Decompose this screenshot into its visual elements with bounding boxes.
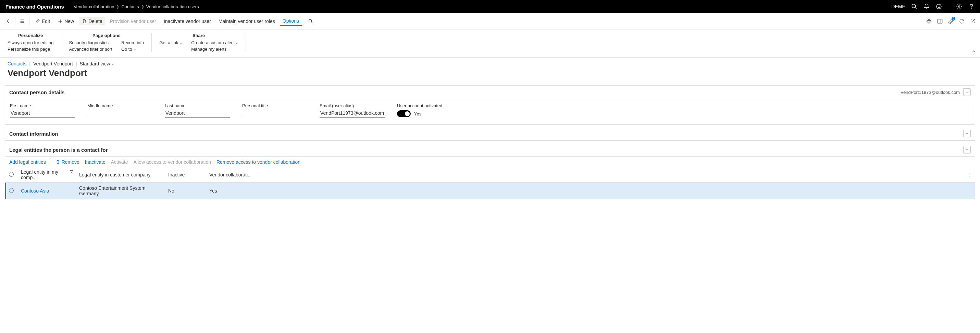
radio-icon[interactable]: [9, 172, 14, 177]
chevron-down-icon: ⌄: [134, 47, 136, 51]
expand-panel-button[interactable]: [963, 130, 971, 137]
middle-name-field: Middle name: [88, 103, 153, 118]
legal-entities-grid: Legal entity in my comp... Legal entity …: [5, 167, 975, 199]
delete-button[interactable]: Delete: [79, 17, 105, 25]
create-custom-alert-link[interactable]: Create a custom alert ⌄: [191, 40, 238, 45]
maintain-roles-button[interactable]: Maintain vendor user roles: [216, 17, 278, 25]
company-code[interactable]: DEMF: [891, 4, 905, 9]
panel-header[interactable]: Legal entities the person is a contact f…: [5, 143, 975, 156]
search-icon[interactable]: [911, 3, 917, 10]
add-legal-entities-button[interactable]: Add legal entities ⌄: [9, 159, 50, 165]
collapse-panel-button[interactable]: [963, 146, 971, 153]
attachments-badge: 0: [951, 17, 955, 21]
ribbon-group-share: Share Get a link ⌄ Create a custom alert…: [152, 33, 246, 52]
first-name-field: First name Vendport: [10, 103, 75, 118]
refresh-icon[interactable]: [959, 18, 965, 24]
remove-button[interactable]: Remove: [56, 159, 80, 165]
filter-icon[interactable]: [70, 169, 74, 175]
col-inactive[interactable]: Inactive: [165, 167, 206, 183]
gear-icon[interactable]: [956, 3, 962, 10]
inactivate-button[interactable]: Inactivate: [85, 159, 105, 165]
separator: |: [29, 61, 30, 67]
ribbon-title: Page options: [69, 33, 144, 38]
svg-point-0: [912, 4, 916, 8]
personalize-page-link[interactable]: Personalize this page: [8, 46, 53, 52]
breadcrumb-item[interactable]: Vendor collaboration: [74, 4, 115, 9]
diamond-icon[interactable]: [926, 18, 932, 24]
chevron-down-icon: ⌄: [111, 62, 114, 66]
remove-access-button[interactable]: Remove access to vendor collaboration: [216, 159, 301, 165]
smiley-icon[interactable]: [936, 3, 942, 10]
svg-line-1: [915, 7, 916, 9]
middle-name-value[interactable]: [88, 109, 153, 117]
collapse-panel-button[interactable]: [963, 88, 971, 96]
back-button[interactable]: [4, 17, 12, 25]
legal-entity-mine-cell[interactable]: Contoso Asia: [18, 183, 76, 199]
chevron-down-icon: ⌄: [235, 41, 238, 45]
field-label: First name: [10, 103, 75, 108]
svg-point-5: [958, 6, 960, 8]
edit-label: Edit: [42, 19, 50, 24]
help-icon[interactable]: ?: [968, 3, 975, 10]
chevron-right-icon: ❯: [116, 5, 119, 9]
grid-more-button[interactable]: ⋮: [963, 167, 975, 183]
sidebar-icon[interactable]: [937, 18, 943, 24]
new-button[interactable]: New: [55, 17, 77, 25]
separator: |: [76, 61, 77, 67]
email-value[interactable]: VendPort11973@outlook.com: [320, 109, 385, 118]
provision-button: Provision vendor user: [107, 17, 159, 25]
app-title: Finance and Operations: [5, 4, 64, 10]
advanced-filter-link[interactable]: Advanced filter or sort: [69, 46, 112, 52]
get-link-link[interactable]: Get a link ⌄: [159, 40, 182, 45]
bell-icon[interactable]: [923, 3, 930, 10]
col-legal-entity-mine[interactable]: Legal entity in my comp...: [18, 167, 76, 183]
ribbon-title: Share: [159, 33, 238, 38]
svg-point-2: [937, 4, 941, 9]
personal-title-value[interactable]: [242, 109, 307, 117]
list-view-button[interactable]: [18, 17, 26, 25]
security-diagnostics-link[interactable]: Security diagnostics: [69, 40, 112, 45]
collapse-ribbon-button[interactable]: [971, 49, 977, 55]
breadcrumb-item[interactable]: Vendor collaboration users: [146, 4, 199, 9]
first-name-value[interactable]: Vendport: [10, 109, 75, 118]
field-label: Personal title: [242, 103, 307, 108]
find-button[interactable]: [307, 17, 315, 25]
attachments-icon[interactable]: 0: [948, 18, 954, 24]
options-tab[interactable]: Options: [280, 17, 302, 26]
activated-toggle[interactable]: [397, 110, 411, 117]
edit-button[interactable]: Edit: [32, 17, 53, 25]
view-selector[interactable]: Standard view ⌄: [80, 61, 115, 67]
summary-email: VendPort11973@outlook.com: [900, 90, 960, 95]
always-open-editing-link[interactable]: Always open for editing: [8, 40, 53, 45]
last-name-value[interactable]: Vendport: [165, 109, 230, 118]
new-label: New: [64, 19, 74, 24]
go-to-link[interactable]: Go to ⌄: [121, 46, 144, 52]
record-info-link[interactable]: Record info: [121, 40, 144, 45]
popout-icon[interactable]: [970, 18, 976, 24]
row-radio[interactable]: [9, 188, 14, 193]
contact-person-details-panel: Contact person details VendPort11973@out…: [5, 85, 975, 125]
action-bar: Edit New Delete Provision vendor user In…: [0, 13, 980, 29]
allow-access-button: Allow access to vendor collaboration: [134, 159, 211, 165]
select-all-header[interactable]: [5, 167, 18, 183]
top-bar: Finance and Operations Vendor collaborat…: [0, 0, 980, 13]
collab-cell: Yes: [206, 183, 963, 199]
manage-alerts-link[interactable]: Manage my alerts: [191, 46, 238, 52]
table-row[interactable]: Contoso AsiaContoso Entertainment System…: [5, 183, 975, 199]
panel-header[interactable]: Contact person details VendPort11973@out…: [5, 86, 975, 99]
contact-information-panel: Contact information: [5, 127, 975, 141]
inactivate-button[interactable]: Inactivate vendor user: [161, 17, 214, 25]
chevron-right-icon: ❯: [141, 5, 144, 9]
chevron-down-icon: ⌄: [47, 160, 50, 164]
legal-entity-customer-cell: Contoso Entertainment System Germany: [76, 183, 165, 199]
contacts-link[interactable]: Contacts: [8, 61, 26, 67]
ribbon-group-personalize: Personalize Always open for editing Pers…: [8, 33, 61, 52]
field-label: Last name: [165, 103, 230, 108]
breadcrumb-item[interactable]: Contacts: [121, 4, 139, 9]
panel-header[interactable]: Contact information: [5, 127, 975, 140]
col-vendor-collab[interactable]: Vendor collaborati...: [206, 167, 963, 183]
ribbon-title: Personalize: [8, 33, 53, 38]
delete-label: Delete: [88, 19, 102, 24]
divider: [15, 17, 16, 25]
col-legal-entity-customer[interactable]: Legal entity in customer company: [76, 167, 165, 183]
